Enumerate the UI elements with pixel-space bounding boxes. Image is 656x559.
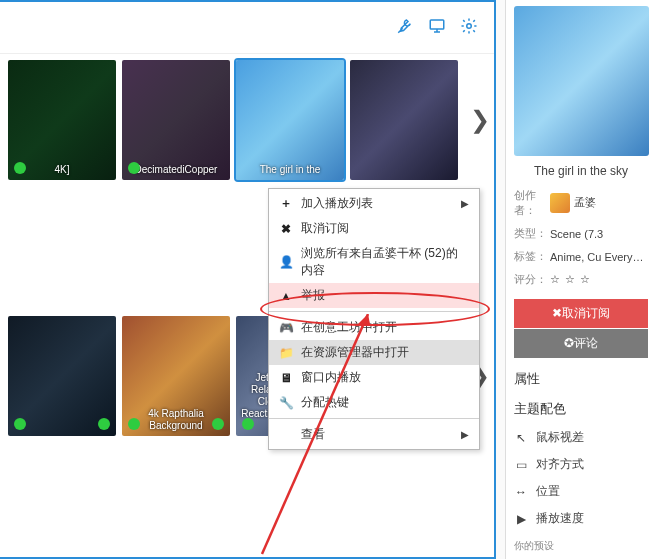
comment-button[interactable]: ✪评论 bbox=[514, 329, 648, 358]
property-icon: ▶ bbox=[514, 512, 528, 526]
avatar bbox=[550, 193, 570, 213]
menu-item-label: 取消订阅 bbox=[301, 220, 349, 237]
tiles: 4K]DecimatediCopperThe girl in the bbox=[8, 60, 458, 180]
context-menu: ＋加入播放列表▶✖取消订阅👤浏览所有来自孟婆干杯 (52)的内容▲举报🎮在创意工… bbox=[268, 188, 480, 450]
menu-item-icon: 🎮 bbox=[279, 321, 293, 335]
property-label: 鼠标视差 bbox=[536, 429, 584, 446]
theme-section: 主题配色 ↖鼠标视差▭对齐方式↔位置▶播放速度 bbox=[514, 400, 648, 532]
menu-item[interactable]: 📁在资源管理器中打开 bbox=[269, 340, 479, 365]
props-section: 属性 bbox=[514, 370, 648, 388]
menu-item-icon: ✖ bbox=[279, 222, 293, 236]
status-dot bbox=[98, 418, 110, 430]
type-label: 类型： bbox=[514, 226, 550, 241]
menu-item[interactable]: 👤浏览所有来自孟婆干杯 (52)的内容 bbox=[269, 241, 479, 283]
props-heading: 属性 bbox=[514, 370, 648, 388]
unsubscribe-button[interactable]: ✖取消订阅 bbox=[514, 299, 648, 328]
menu-item[interactable]: 🖥窗口内播放 bbox=[269, 365, 479, 390]
menu-separator bbox=[269, 311, 479, 312]
wallpaper-tile[interactable]: 4K] bbox=[8, 60, 116, 180]
monitor-icon[interactable] bbox=[428, 17, 446, 38]
property-icon: ↔ bbox=[514, 485, 528, 499]
chevron-right-icon: ▶ bbox=[461, 429, 469, 440]
gear-icon[interactable] bbox=[460, 17, 478, 38]
menu-item-label: 查看 bbox=[301, 426, 325, 443]
menu-item-label: 窗口内播放 bbox=[301, 369, 361, 386]
wallpaper-title: The girl in the sky bbox=[514, 164, 648, 178]
svg-rect-0 bbox=[430, 20, 444, 29]
tags-value: Anime, Cu Everyone bbox=[550, 251, 648, 263]
row: 4K]DecimatediCopperThe girl in the❯ bbox=[0, 54, 494, 186]
topbar bbox=[0, 2, 494, 54]
property-label: 对齐方式 bbox=[536, 456, 584, 473]
status-dot bbox=[128, 418, 140, 430]
property-icon: ▭ bbox=[514, 458, 528, 472]
menu-item-label: 在创意工坊中打开 bbox=[301, 319, 397, 336]
author-value: 孟婆 bbox=[550, 193, 648, 213]
menu-item-label: 举报 bbox=[301, 287, 325, 304]
wallpaper-tile[interactable] bbox=[350, 60, 458, 180]
side-panel: The girl in the sky 创作者： 孟婆 类型： Scene (7… bbox=[505, 0, 656, 559]
menu-item[interactable]: ▲举报 bbox=[269, 283, 479, 308]
property-icon: ↖ bbox=[514, 431, 528, 445]
menu-item[interactable]: 查看▶ bbox=[269, 422, 479, 447]
status-dot bbox=[242, 418, 254, 430]
menu-item-icon: 🖥 bbox=[279, 371, 293, 385]
wallpaper-tile[interactable]: DecimatediCopper bbox=[122, 60, 230, 180]
menu-item[interactable]: ＋加入播放列表▶ bbox=[269, 191, 479, 216]
status-dot bbox=[212, 418, 224, 430]
property-item[interactable]: ▭对齐方式 bbox=[514, 451, 648, 478]
tools-icon[interactable] bbox=[396, 17, 414, 38]
wallpaper-tile[interactable] bbox=[8, 316, 116, 436]
property-item[interactable]: ▶播放速度 bbox=[514, 505, 648, 532]
property-label: 播放速度 bbox=[536, 510, 584, 527]
side-buttons: ✖取消订阅 ✪评论 bbox=[514, 299, 648, 358]
chevron-right-icon: ▶ bbox=[461, 198, 469, 209]
wallpaper-tile[interactable]: The girl in the bbox=[236, 60, 344, 180]
author-label: 创作者： bbox=[514, 188, 550, 218]
footer-text: 你的预设 bbox=[514, 539, 554, 553]
svg-point-1 bbox=[467, 24, 472, 29]
wallpaper-tile[interactable]: 4k Rapthalia Background bbox=[122, 316, 230, 436]
status-dot bbox=[14, 162, 26, 174]
property-label: 位置 bbox=[536, 483, 560, 500]
menu-item-icon: ▲ bbox=[279, 289, 293, 303]
row-next-button[interactable]: ❯ bbox=[470, 90, 490, 150]
menu-item[interactable]: 🎮在创意工坊中打开 bbox=[269, 315, 479, 340]
tags-label: 标签： bbox=[514, 249, 550, 264]
menu-item-label: 加入播放列表 bbox=[301, 195, 373, 212]
menu-item[interactable]: 🔧分配热键 bbox=[269, 390, 479, 415]
property-item[interactable]: ↖鼠标视差 bbox=[514, 424, 648, 451]
theme-heading: 主题配色 bbox=[514, 400, 648, 418]
property-item[interactable]: ↔位置 bbox=[514, 478, 648, 505]
menu-separator bbox=[269, 418, 479, 419]
rating-label: 评分： bbox=[514, 272, 550, 287]
menu-item-label: 浏览所有来自孟婆干杯 (52)的内容 bbox=[301, 245, 469, 279]
menu-item-icon: 🔧 bbox=[279, 396, 293, 410]
props-list: ↖鼠标视差▭对齐方式↔位置▶播放速度 bbox=[514, 424, 648, 532]
rating-stars: ☆ ☆ ☆ bbox=[550, 273, 648, 286]
status-dot bbox=[14, 418, 26, 430]
status-dot bbox=[128, 162, 140, 174]
wallpaper-thumbnail[interactable] bbox=[514, 6, 649, 156]
tile-label: The girl in the bbox=[236, 164, 344, 176]
menu-item-icon: 👤 bbox=[279, 255, 293, 269]
menu-item-label: 分配热键 bbox=[301, 394, 349, 411]
menu-item[interactable]: ✖取消订阅 bbox=[269, 216, 479, 241]
meta-grid: 创作者： 孟婆 类型： Scene (7.3 标签： Anime, Cu Eve… bbox=[514, 188, 648, 287]
type-value: Scene (7.3 bbox=[550, 228, 648, 240]
menu-item-icon: ＋ bbox=[279, 195, 293, 212]
menu-item-label: 在资源管理器中打开 bbox=[301, 344, 409, 361]
menu-item-icon: 📁 bbox=[279, 346, 293, 360]
